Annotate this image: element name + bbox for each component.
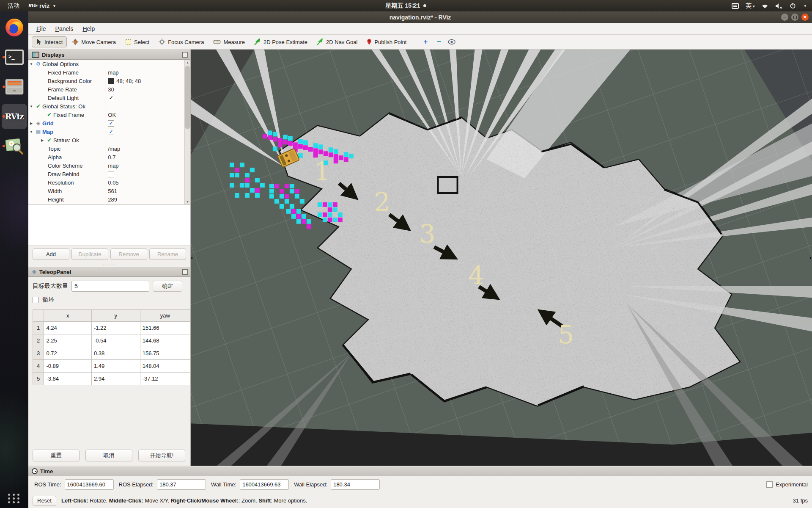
property-row[interactable]: Default Light ✓: [28, 94, 185, 102]
property-row[interactable]: Frame Rate 30: [28, 85, 185, 94]
property-row[interactable]: Height 289: [28, 195, 185, 204]
col-header-y[interactable]: y: [91, 310, 140, 322]
teleop-reset-button[interactable]: 重置: [33, 450, 80, 461]
confirm-button[interactable]: 确定: [153, 281, 182, 292]
property-row[interactable]: Color Scheme map: [28, 161, 185, 170]
property-row[interactable]: ▼ ✔ Global Status: Ok: [28, 102, 185, 110]
wifi-icon[interactable]: [761, 3, 768, 9]
dock-rviz[interactable]: RViz: [2, 104, 27, 129]
map-scene: 1 2 3 4 5: [191, 50, 812, 466]
property-row[interactable]: Width 561: [28, 187, 185, 195]
teleop-cancel-button[interactable]: 取消: [85, 450, 132, 461]
property-row[interactable]: ▼ ⚙ Global Options: [28, 60, 185, 68]
expander-down-icon[interactable]: ▼: [28, 105, 34, 108]
table-row[interactable]: 1 4.24 -1.22 151.66: [33, 322, 190, 334]
property-row[interactable]: Draw Behind: [28, 170, 185, 178]
remove-button[interactable]: Remove: [110, 248, 147, 260]
scrollbar-thumb[interactable]: [185, 66, 190, 129]
tool-measure[interactable]: Measure: [209, 37, 249, 47]
minimize-button[interactable]: ─: [781, 14, 788, 21]
chevron-down-icon[interactable]: ▾: [804, 4, 806, 8]
app-indicator[interactable]: RViz rviz▾: [28, 3, 55, 9]
property-row[interactable]: Resolution 0.05: [28, 178, 185, 187]
scrollbar[interactable]: ▲ ▼: [184, 60, 190, 204]
duplicate-button[interactable]: Duplicate: [71, 248, 108, 260]
expander-right-icon[interactable]: ▶: [28, 121, 34, 125]
add-button[interactable]: Add: [33, 248, 69, 260]
loop-checkbox-unchecked[interactable]: [33, 297, 39, 303]
scroll-down-icon[interactable]: ▼: [185, 199, 190, 204]
displays-list-empty-area[interactable]: [28, 205, 190, 246]
time-panel-header[interactable]: Time: [28, 466, 812, 476]
tool-focus-camera[interactable]: Focus Camera: [154, 36, 208, 47]
table-row[interactable]: 3 0.72 0.38 156.75: [33, 347, 190, 360]
clock[interactable]: 星期五 15∶21: [0, 2, 812, 10]
menu-panels[interactable]: Panels: [52, 24, 77, 33]
wall-time-input[interactable]: [240, 479, 289, 490]
panel-float-button[interactable]: [182, 52, 188, 58]
expander-right-icon[interactable]: ▶: [39, 138, 45, 142]
expander-down-icon[interactable]: ▼: [28, 62, 34, 66]
menu-help[interactable]: Help: [79, 24, 99, 33]
rename-button[interactable]: Rename: [149, 248, 186, 260]
tool-interact[interactable]: Interact: [32, 36, 67, 47]
reset-button[interactable]: Reset: [33, 496, 56, 506]
close-button[interactable]: ✕: [801, 14, 809, 21]
goal-count-input[interactable]: [71, 281, 149, 292]
table-row[interactable]: 4 -0.89 1.49 148.04: [33, 360, 190, 373]
panel-float-button[interactable]: [182, 269, 188, 275]
tool-properties-icon[interactable]: [448, 39, 455, 45]
ros-time-input[interactable]: [65, 479, 114, 490]
title-bar[interactable]: navigation.rviz* - RViz ─ ✕: [28, 11, 812, 23]
add-tool-button[interactable]: +: [421, 37, 430, 47]
menu-file[interactable]: File: [33, 24, 50, 33]
property-row[interactable]: Alpha 0.7: [28, 153, 185, 161]
volume-muted-icon[interactable]: [775, 3, 783, 9]
teleop-panel-header[interactable]: ❖ TeleopPanel: [28, 267, 190, 277]
table-row[interactable]: 2 2.25 -0.54 144.68: [33, 334, 190, 347]
checkbox-checked[interactable]: ✓: [108, 120, 114, 127]
remove-tool-button[interactable]: −: [434, 37, 444, 47]
power-icon[interactable]: [790, 3, 796, 9]
show-applications-button[interactable]: [0, 489, 28, 508]
tool-select[interactable]: Select: [121, 37, 154, 47]
green-arrow-icon: [254, 39, 261, 45]
wall-elapsed-input[interactable]: [331, 479, 380, 490]
3d-viewport[interactable]: ◂ ▸: [191, 50, 812, 466]
display-row-grid[interactable]: ▶ ◈ Grid ✓: [28, 119, 185, 127]
tool-publish-point[interactable]: Publish Point: [362, 36, 411, 47]
dock-image-viewer[interactable]: [2, 133, 27, 159]
expander-down-icon[interactable]: ▼: [28, 130, 34, 134]
checkbox-unchecked[interactable]: [108, 171, 114, 177]
activities-button[interactable]: 活动: [5, 1, 22, 11]
dock-file-cabinet[interactable]: [2, 74, 27, 99]
input-method-indicator[interactable]: 英▾: [746, 2, 755, 10]
ros-elapsed-input[interactable]: [157, 479, 206, 490]
checkbox-checked[interactable]: ✓: [108, 95, 114, 101]
experimental-checkbox-unchecked[interactable]: [766, 481, 773, 488]
property-row[interactable]: Fixed Frame map: [28, 68, 185, 77]
panel-collapse-handle[interactable]: ◂: [190, 256, 192, 260]
displays-panel-header[interactable]: Displays: [28, 50, 190, 60]
tool-2d-nav-goal[interactable]: 2D Nav Goal: [313, 36, 362, 47]
table-row[interactable]: 5 -3.84 2.94 -37.12: [33, 373, 190, 385]
color-swatch[interactable]: [108, 78, 114, 84]
start-navigation-button[interactable]: 开始导航!: [138, 450, 185, 461]
col-header-yaw[interactable]: yaw: [140, 310, 190, 322]
tool-2d-pose-estimate[interactable]: 2D Pose Estimate: [250, 36, 312, 47]
property-row[interactable]: Topic /map: [28, 144, 185, 153]
tool-move-camera[interactable]: Move Camera: [68, 36, 120, 47]
dock-firefox[interactable]: [2, 15, 27, 40]
dock-terminal[interactable]: >_: [2, 44, 27, 70]
maximize-button[interactable]: [791, 14, 798, 21]
keyboard-layout-icon[interactable]: [732, 3, 739, 9]
panel-collapse-handle[interactable]: ▸: [810, 256, 812, 260]
property-row[interactable]: ✔ Fixed Frame OK: [28, 110, 185, 119]
display-row-map[interactable]: ▼ ▦ Map ✓: [28, 127, 185, 136]
col-header-x[interactable]: x: [44, 310, 92, 322]
checkbox-checked[interactable]: ✓: [108, 129, 114, 135]
property-row[interactable]: Background Color 48; 48; 48: [28, 77, 185, 85]
property-row[interactable]: ▶ ✔ Status: Ok: [28, 136, 185, 144]
panel-splitter[interactable]: ······: [28, 262, 190, 267]
scroll-up-icon[interactable]: ▲: [185, 60, 190, 65]
